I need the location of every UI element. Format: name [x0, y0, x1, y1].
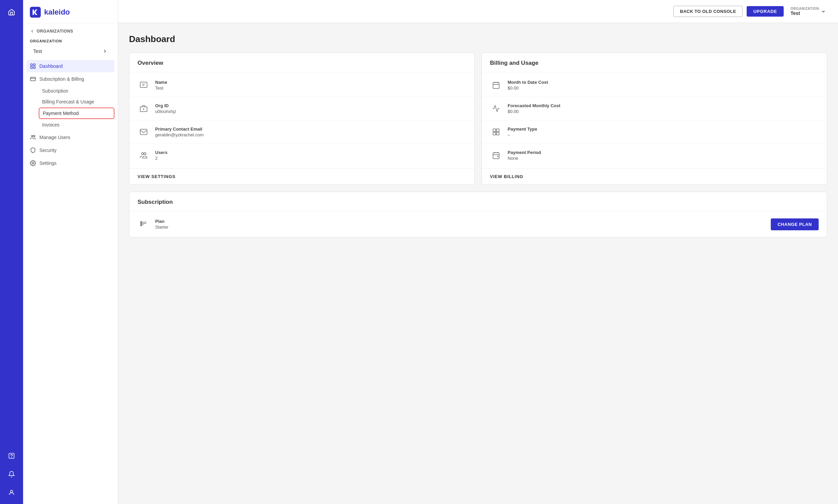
- orgid-info: Org ID u0iouhxhjz: [155, 103, 176, 114]
- back-to-old-console-button[interactable]: BACK TO OLD CONSOLE: [673, 6, 742, 17]
- page-title: Dashboard: [129, 34, 827, 44]
- svg-point-9: [32, 135, 33, 137]
- orgid-value: u0iouhxhjz: [155, 109, 176, 114]
- org-selector[interactable]: ORGANIZATION Test: [788, 5, 828, 17]
- email-label: Primary Contact Email: [155, 126, 204, 131]
- sidebar-item-invoices[interactable]: Invoices: [39, 120, 115, 130]
- top-bar: BACK TO OLD CONSOLE UPGRADE ORGANIZATION…: [118, 0, 838, 23]
- overview-name-row: Name Test: [130, 74, 474, 97]
- plan-info: Plan Starter: [155, 219, 168, 230]
- payment-period-value: None: [508, 156, 541, 161]
- name-value: Test: [155, 86, 167, 91]
- payment-type-value: –: [508, 132, 537, 137]
- svg-rect-31: [140, 225, 141, 226]
- back-to-organizations[interactable]: ORGANIZATIONS: [30, 29, 111, 34]
- payment-period-label: Payment Period: [508, 150, 541, 155]
- billing-card: Billing and Usage Month to Date Cost $: [481, 53, 827, 185]
- sidebar: kaleido ORGANIZATIONS ORGANIZATION Test …: [23, 0, 118, 504]
- kaleido-logo-icon: [30, 7, 41, 18]
- svg-point-1: [12, 457, 12, 457]
- view-billing-link[interactable]: VIEW BILLING: [482, 168, 827, 184]
- svg-rect-12: [140, 82, 147, 88]
- org-section-label: ORGANIZATION: [30, 39, 111, 43]
- org-selector-info: ORGANIZATION Test: [790, 7, 819, 16]
- shield-icon: [30, 147, 36, 153]
- name-icon: [138, 79, 150, 91]
- email-value: geraldin@yzkrachel.com: [155, 132, 204, 137]
- billing-payment-type-row: Payment Type –: [482, 121, 827, 144]
- svg-rect-23: [496, 132, 499, 135]
- sidebar-item-payment-method[interactable]: Payment Method: [39, 108, 115, 119]
- bottom-icons: [5, 450, 18, 499]
- sidebar-item-dashboard[interactable]: Dashboard: [27, 60, 115, 72]
- payment-type-info: Payment Type –: [508, 126, 537, 137]
- svg-rect-20: [493, 129, 496, 131]
- sidebar-item-subscription[interactable]: Subscription: [39, 86, 115, 96]
- org-selector-label: ORGANIZATION: [790, 7, 819, 11]
- billing-forecast-row: Forecasted Monthly Cost $0.00: [482, 97, 827, 121]
- svg-point-11: [32, 162, 34, 164]
- org-test-item[interactable]: Test: [30, 47, 111, 56]
- users-icon: [30, 134, 36, 140]
- svg-rect-21: [496, 129, 499, 131]
- billing-sub-nav: Subscription Billing Forecast & Usage Pa…: [27, 86, 115, 130]
- org-selector-name: Test: [790, 11, 800, 16]
- home-icon[interactable]: [5, 5, 18, 19]
- svg-rect-6: [31, 67, 32, 69]
- billing-mtd-row: Month to Date Cost $0.00: [482, 74, 827, 97]
- billing-icon: [30, 76, 36, 82]
- sidebar-item-manage-users[interactable]: Manage Users: [27, 131, 115, 143]
- svg-rect-8: [31, 77, 36, 81]
- svg-point-17: [141, 152, 143, 155]
- subscription-card-header: Subscription: [130, 192, 827, 211]
- sidebar-section: ORGANIZATIONS ORGANIZATION Test: [23, 23, 118, 59]
- forecast-info: Forecasted Monthly Cost $0.00: [508, 103, 560, 114]
- sidebar-item-security[interactable]: Security: [27, 144, 115, 156]
- overview-card: Overview Name Test: [129, 53, 475, 185]
- main-content: BACK TO OLD CONSOLE UPGRADE ORGANIZATION…: [118, 0, 838, 504]
- help-icon[interactable]: [5, 450, 18, 462]
- sidebar-item-billing-forecast[interactable]: Billing Forecast & Usage: [39, 97, 115, 107]
- mtd-info: Month to Date Cost $0.00: [508, 80, 548, 91]
- user-icon[interactable]: [5, 486, 18, 499]
- sidebar-item-settings[interactable]: Settings: [27, 157, 115, 169]
- overview-email-row: Primary Contact Email geraldin@yzkrachel…: [130, 121, 474, 144]
- payment-type-label: Payment Type: [508, 126, 537, 131]
- users-info: Users 2: [155, 150, 167, 161]
- billing-card-header: Billing and Usage: [482, 53, 827, 72]
- svg-rect-19: [493, 83, 499, 89]
- subscription-plan-row: Plan Starter CHANGE PLAN: [130, 211, 827, 237]
- dashboard-icon: [30, 63, 36, 69]
- svg-rect-22: [493, 132, 496, 135]
- calendar-icon: [490, 79, 502, 91]
- forecast-icon: [490, 103, 502, 115]
- view-settings-link[interactable]: VIEW SETTINGS: [130, 168, 474, 184]
- chevron-left-icon: [30, 29, 35, 34]
- mtd-label: Month to Date Cost: [508, 80, 548, 85]
- dashboard-area: Dashboard Overview Name: [118, 23, 838, 504]
- mtd-value: $0.00: [508, 86, 548, 91]
- logo-text: kaleido: [44, 8, 70, 17]
- overview-card-header: Overview: [130, 53, 474, 72]
- change-plan-button[interactable]: CHANGE PLAN: [771, 218, 819, 230]
- users-count-icon: [138, 149, 150, 161]
- icon-bar: [0, 0, 23, 504]
- overview-users-row: Users 2: [130, 144, 474, 167]
- svg-rect-5: [34, 64, 35, 66]
- email-info: Primary Contact Email geraldin@yzkrachel…: [155, 126, 204, 137]
- settings-icon: [30, 160, 36, 166]
- cards-row-top: Overview Name Test: [129, 53, 827, 185]
- svg-rect-24: [493, 152, 499, 159]
- payment-period-info: Payment Period None: [508, 150, 541, 161]
- name-info: Name Test: [155, 80, 167, 91]
- notifications-icon[interactable]: [5, 468, 18, 480]
- sidebar-item-subscription-billing[interactable]: Subscription & Billing: [27, 73, 115, 85]
- orgid-icon: [138, 103, 150, 115]
- svg-point-18: [144, 152, 146, 155]
- sidebar-logo: kaleido: [23, 0, 118, 23]
- forecast-value: $0.00: [508, 109, 560, 114]
- forecast-label: Forecasted Monthly Cost: [508, 103, 560, 108]
- payment-type-icon: [490, 126, 502, 138]
- upgrade-button[interactable]: UPGRADE: [747, 6, 784, 17]
- org-dropdown-icon: [821, 9, 826, 14]
